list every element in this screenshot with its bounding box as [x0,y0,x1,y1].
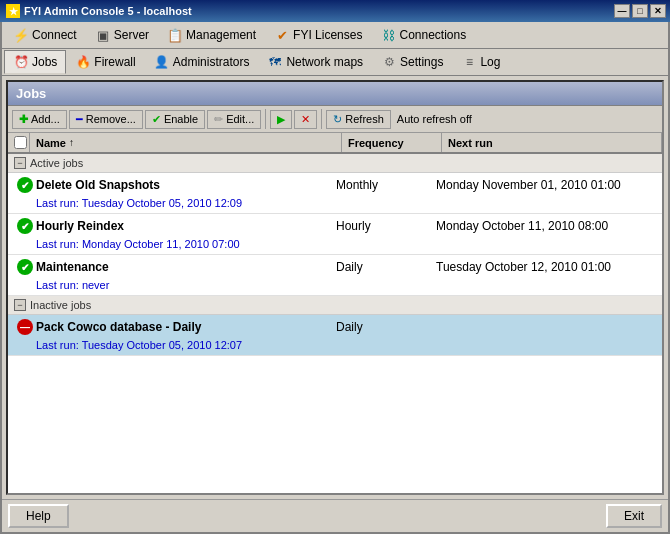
table-row[interactable]: ✔ Hourly Reindex Hourly Monday October 1… [8,214,662,255]
tab-settings[interactable]: ⚙ Settings [372,50,452,74]
close-button[interactable]: ✕ [650,4,666,18]
tab-server[interactable]: ▣ Server [86,23,158,47]
tab-server-label: Server [114,28,149,42]
select-all-checkbox[interactable] [14,136,27,149]
lastrun-label: Last run: [36,339,79,351]
stop-icon: ✕ [301,113,310,126]
exit-button[interactable]: Exit [606,504,662,528]
edit-icon: ✏ [214,113,223,126]
job-next-run: Monday November 01, 2010 01:00 [436,178,656,192]
connections-icon: ⛓ [380,27,396,43]
jobs-title: Jobs [16,86,46,101]
table-header: Name ↑ Frequency Next run [8,133,662,154]
status-ok-icon: ✔ [17,177,33,193]
lastrun-value: Tuesday October 05, 2010 12:07 [82,339,242,351]
play-icon: ▶ [277,113,285,126]
active-jobs-section: − Active jobs [8,154,662,173]
tab-firewall[interactable]: 🔥 Firewall [66,50,144,74]
minimize-button[interactable]: — [614,4,630,18]
add-button[interactable]: ✚ Add... [12,110,67,129]
table-row[interactable]: ✔ Maintenance Daily Tuesday October 12, … [8,255,662,296]
header-checkbox [8,133,30,152]
administrators-icon: 👤 [154,54,170,70]
tab-network-maps[interactable]: 🗺 Network maps [258,50,372,74]
tab-settings-label: Settings [400,55,443,69]
server-icon: ▣ [95,27,111,43]
job-status-icon: ✔ [14,177,36,193]
status-ok-icon: ✔ [17,259,33,275]
enable-label: Enable [164,113,198,125]
tab-log-label: Log [480,55,500,69]
tab-administrators-label: Administrators [173,55,250,69]
active-jobs-label: Active jobs [30,157,83,169]
status-ok-icon: ✔ [17,218,33,234]
job-next-run: Monday October 11, 2010 08:00 [436,219,656,233]
tab-network-maps-label: Network maps [286,55,363,69]
refresh-button[interactable]: ↻ Refresh [326,110,391,129]
job-frequency: Hourly [336,219,436,233]
table-row[interactable]: ✔ Delete Old Snapshots Monthly Monday No… [8,173,662,214]
add-icon: ✚ [19,113,28,126]
app-icon: ★ [6,4,20,18]
window-frame: ⚡ Connect ▣ Server 📋 Management ✔ FYI Li… [0,22,670,534]
title-bar: ★ FYI Admin Console 5 - localhost — □ ✕ [0,0,670,22]
remove-button[interactable]: ━ Remove... [69,110,143,129]
job-name: Maintenance [36,260,336,274]
lastrun-label: Last run: [36,238,79,250]
lastrun-label: Last run: [36,279,79,291]
maximize-button[interactable]: □ [632,4,648,18]
refresh-label: Refresh [345,113,384,125]
active-collapse-icon[interactable]: − [14,157,26,169]
fyi-icon: ✔ [274,27,290,43]
edit-button[interactable]: ✏ Edit... [207,110,261,129]
status-error-icon: — [17,319,33,335]
tab-administrators[interactable]: 👤 Administrators [145,50,259,74]
edit-label: Edit... [226,113,254,125]
lastrun-value: Monday October 11, 2010 07:00 [82,238,240,250]
jobs-panel: Jobs ✚ Add... ━ Remove... ✔ Enable ✏ [6,80,664,495]
settings-icon: ⚙ [381,54,397,70]
play-button[interactable]: ▶ [270,110,292,129]
inactive-collapse-icon[interactable]: − [14,299,26,311]
job-status-icon: — [14,319,36,335]
tab-fyi-label: FYI Licenses [293,28,362,42]
stop-button[interactable]: ✕ [294,110,317,129]
log-icon: ≡ [461,54,477,70]
header-next-run: Next run [442,133,662,152]
table-row[interactable]: — Pack Cowco database - Daily Daily Last… [8,315,662,356]
tab-connect[interactable]: ⚡ Connect [4,23,86,47]
job-status-icon: ✔ [14,259,36,275]
tab-jobs[interactable]: ⏰ Jobs [4,50,66,74]
content-area: Jobs ✚ Add... ━ Remove... ✔ Enable ✏ [2,76,668,499]
lastrun-value: Tuesday October 05, 2010 12:09 [82,197,242,209]
job-lastrun: Last run: never [8,279,662,295]
menu-row-2: ⏰ Jobs 🔥 Firewall 👤 Administrators 🗺 Net… [2,49,668,76]
firewall-icon: 🔥 [75,54,91,70]
jobs-table: Name ↑ Frequency Next run − Active jobs [8,133,662,493]
tab-fyi-licenses[interactable]: ✔ FYI Licenses [265,23,371,47]
auto-refresh-label: Auto refresh off [393,111,476,127]
tab-connect-label: Connect [32,28,77,42]
connect-icon: ⚡ [13,27,29,43]
tab-management-label: Management [186,28,256,42]
help-button[interactable]: Help [8,504,69,528]
tab-connections[interactable]: ⛓ Connections [371,23,475,47]
inactive-jobs-label: Inactive jobs [30,299,91,311]
window-title: FYI Admin Console 5 - localhost [24,5,192,17]
job-status-icon: ✔ [14,218,36,234]
job-lastrun: Last run: Monday October 11, 2010 07:00 [8,238,662,254]
tab-management[interactable]: 📋 Management [158,23,265,47]
tab-log[interactable]: ≡ Log [452,50,509,74]
enable-icon: ✔ [152,113,161,126]
job-name: Hourly Reindex [36,219,336,233]
header-frequency: Frequency [342,133,442,152]
job-next-run: Tuesday October 12, 2010 01:00 [436,260,656,274]
header-name[interactable]: Name ↑ [30,133,342,152]
remove-icon: ━ [76,113,83,126]
toolbar-separator-2 [321,109,322,129]
lastrun-label: Last run: [36,197,79,209]
menu-row-1: ⚡ Connect ▣ Server 📋 Management ✔ FYI Li… [2,22,668,49]
jobs-panel-header: Jobs [8,82,662,106]
tab-connections-label: Connections [399,28,466,42]
enable-button[interactable]: ✔ Enable [145,110,205,129]
